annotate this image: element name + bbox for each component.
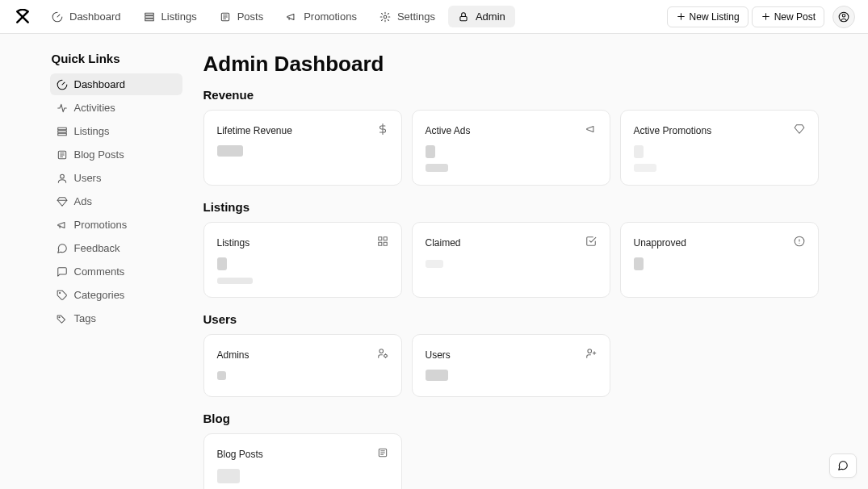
sidebar-item-tags[interactable]: Tags xyxy=(50,307,182,329)
card-title: Lifetime Revenue xyxy=(217,125,292,136)
sub-placeholder xyxy=(217,278,253,284)
nav-label: Admin xyxy=(476,10,505,23)
logo[interactable] xyxy=(13,7,32,27)
new-post-button[interactable]: New Post xyxy=(752,6,824,27)
card-active-promotions[interactable]: Active Promotions xyxy=(620,110,819,186)
newspaper-icon xyxy=(377,447,388,461)
value-placeholder xyxy=(217,469,240,483)
card-blog-posts[interactable]: Blog Posts xyxy=(203,433,402,489)
sidebar-item-users[interactable]: Users xyxy=(50,167,182,189)
sidebar-item-label: Listings xyxy=(74,125,110,137)
button-label: New Listing xyxy=(690,11,740,23)
sidebar-item-label: Users xyxy=(74,172,102,184)
nav-promotions[interactable]: Promotions xyxy=(276,6,367,27)
new-listing-button[interactable]: New Listing xyxy=(667,6,748,27)
card-admins[interactable]: Admins xyxy=(203,334,402,397)
sidebar-item-label: Comments xyxy=(74,265,125,278)
message-icon xyxy=(57,243,68,254)
sidebar-item-label: Ads xyxy=(74,195,92,207)
nav-label: Promotions xyxy=(304,10,357,23)
section-title-listings: Listings xyxy=(203,200,819,214)
nav-dashboard[interactable]: Dashboard xyxy=(42,6,131,27)
value-placeholder xyxy=(217,257,227,270)
gem-icon xyxy=(794,123,805,137)
value-placeholder xyxy=(426,145,435,158)
svg-rect-1 xyxy=(145,15,153,17)
nav-listings[interactable]: Listings xyxy=(134,6,207,27)
page-title: Admin Dashboard xyxy=(203,52,819,77)
gear-icon xyxy=(379,11,391,23)
card-unapproved[interactable]: Unapproved xyxy=(620,222,819,298)
megaphone-icon xyxy=(286,11,297,23)
sidebar-item-categories[interactable]: Categories xyxy=(50,284,182,306)
sub-placeholder xyxy=(426,164,448,172)
nav-admin[interactable]: Admin xyxy=(448,6,515,27)
card-lifetime-revenue[interactable]: Lifetime Revenue xyxy=(203,110,402,186)
nav-settings[interactable]: Settings xyxy=(370,6,445,27)
sidebar-item-label: Dashboard xyxy=(74,78,126,90)
sidebar-item-blog-posts[interactable]: Blog Posts xyxy=(50,144,182,165)
sidebar-item-label: Feedback xyxy=(74,242,120,254)
value-placeholder xyxy=(634,145,644,158)
dollar-icon xyxy=(377,123,388,137)
svg-rect-9 xyxy=(57,130,66,132)
card-title: Blog Posts xyxy=(217,449,263,460)
layout-icon xyxy=(377,236,388,249)
section-title-blog: Blog xyxy=(203,412,819,425)
plus-icon xyxy=(676,11,686,22)
nav-label: Posts xyxy=(237,10,264,23)
sidebar-item-listings[interactable]: Listings xyxy=(50,120,182,142)
value-placeholder xyxy=(217,145,243,157)
sidebar-item-label: Tags xyxy=(74,312,96,324)
activity-icon xyxy=(57,102,68,114)
card-users[interactable]: Users xyxy=(412,334,610,397)
svg-rect-0 xyxy=(145,13,153,15)
sidebar-item-activities[interactable]: Activities xyxy=(50,97,182,119)
svg-rect-8 xyxy=(57,127,66,129)
svg-point-22 xyxy=(587,349,591,353)
svg-point-12 xyxy=(60,174,64,178)
sidebar-item-ads[interactable]: Ads xyxy=(50,190,182,212)
tags-icon xyxy=(57,313,68,324)
section-title-revenue: Revenue xyxy=(203,88,819,102)
sidebar-item-dashboard[interactable]: Dashboard xyxy=(50,73,182,95)
value-placeholder xyxy=(634,257,644,270)
main-content: Admin Dashboard Revenue Lifetime Revenue… xyxy=(203,52,819,489)
card-listings[interactable]: Listings xyxy=(203,222,402,298)
comment-icon xyxy=(57,266,68,278)
avatar-button[interactable] xyxy=(832,6,855,28)
sidebar-item-label: Promotions xyxy=(74,219,128,231)
sidebar-item-label: Categories xyxy=(74,289,125,301)
value-placeholder xyxy=(217,371,226,380)
alert-icon xyxy=(794,236,805,249)
card-title: Claimed xyxy=(426,237,461,249)
button-label: New Post xyxy=(774,11,816,23)
sidebar-title: Quick Links xyxy=(50,52,182,65)
lock-icon xyxy=(458,11,469,23)
svg-point-4 xyxy=(384,15,387,19)
card-active-ads[interactable]: Active Ads xyxy=(412,110,610,186)
user-cog-icon xyxy=(377,348,388,362)
chat-widget-button[interactable] xyxy=(829,453,857,478)
list-icon xyxy=(144,11,155,23)
newspaper-icon xyxy=(220,11,231,23)
sidebar-item-promotions[interactable]: Promotions xyxy=(50,214,182,236)
user-icon xyxy=(57,173,68,184)
card-claimed[interactable]: Claimed xyxy=(412,222,610,298)
card-title: Active Ads xyxy=(426,125,471,136)
gauge-icon xyxy=(57,79,68,90)
card-title: Listings xyxy=(217,237,250,249)
section-title-users: Users xyxy=(203,312,819,326)
svg-rect-10 xyxy=(57,133,66,135)
svg-rect-16 xyxy=(384,237,387,240)
chat-icon xyxy=(837,460,849,471)
card-title: Users xyxy=(426,349,451,361)
nav-posts[interactable]: Posts xyxy=(210,6,274,27)
user-plus-icon xyxy=(585,348,597,362)
gauge-icon xyxy=(52,11,63,23)
check-icon xyxy=(585,236,597,249)
sidebar-item-feedback[interactable]: Feedback xyxy=(50,237,182,259)
svg-rect-18 xyxy=(384,242,387,245)
sidebar-item-comments[interactable]: Comments xyxy=(50,261,182,282)
sidebar-item-label: Activities xyxy=(74,102,115,114)
